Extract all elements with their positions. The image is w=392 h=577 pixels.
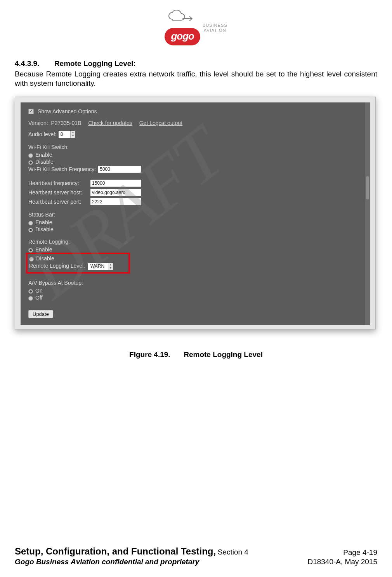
get-logcat-link[interactable]: Get Logcat output: [139, 120, 182, 126]
remote-logging-enable-radio[interactable]: [28, 248, 33, 253]
figure-caption: Figure 4.19. Remote Logging Level: [15, 350, 377, 359]
footer-docid: D18340-A, May 2015: [307, 558, 377, 566]
status-bar-enable-radio[interactable]: [28, 221, 33, 225]
footer-page: Page 4-19: [343, 548, 377, 557]
stepper-arrows-icon[interactable]: ▲▼: [70, 131, 75, 138]
figure-title: Remote Logging Level: [184, 350, 263, 359]
status-bar-disable-label: Disable: [35, 226, 54, 232]
audio-level-label: Audio level:: [28, 131, 56, 137]
section-heading: 4.4.3.9. Remote Logging Level:: [15, 59, 377, 68]
remote-logging-level-label: Remote Logging Level:: [29, 263, 85, 269]
footer-confidential: Gogo Business Aviation confidential and …: [15, 558, 199, 566]
remote-logging-title: Remote Logging:: [28, 239, 363, 245]
page-footer: Setup, Configuration, and Functional Tes…: [15, 546, 377, 566]
remote-logging-level-highlight: Disable Remote Logging Level: WARN ▲▼: [26, 253, 130, 274]
av-bypass-title: A/V Bypass At Bootup:: [28, 280, 363, 286]
remote-logging-enable-label: Enable: [35, 246, 52, 253]
wifi-freq-label: Wi-Fi Kill Switch Frequency:: [28, 166, 96, 172]
hb-freq-label: Heartbeat frequency:: [28, 180, 90, 186]
select-arrows-icon[interactable]: ▲▼: [108, 263, 113, 270]
wifi-kill-disable-radio[interactable]: [28, 160, 33, 165]
remote-logging-disable-label: Disable: [36, 255, 54, 262]
wifi-kill-enable-label: Enable: [35, 152, 52, 158]
remote-logging-level-value: WARN: [88, 263, 108, 270]
figure-number: Figure 4.19.: [129, 350, 170, 359]
remote-logging-disable-radio[interactable]: [29, 257, 34, 262]
footer-title: Setup, Configuration, and Functional Tes…: [15, 546, 216, 556]
hb-host-input[interactable]: [90, 189, 141, 196]
version-value: P27335-01B: [51, 120, 81, 126]
check-updates-link[interactable]: Check for updates: [88, 120, 132, 126]
show-advanced-checkbox[interactable]: [28, 109, 34, 114]
cloud-arrow-icon: [165, 10, 200, 28]
wifi-kill-title: Wi-Fi Kill Switch:: [28, 144, 363, 150]
update-button[interactable]: Update: [28, 310, 53, 318]
remote-logging-level-select[interactable]: WARN ▲▼: [88, 263, 113, 270]
av-bypass-off-label: Off: [35, 295, 42, 301]
status-bar-enable-label: Enable: [35, 219, 52, 225]
audio-level-stepper[interactable]: ▲▼: [59, 131, 75, 138]
settings-screenshot: Show Advanced Options Version: P27335-01…: [15, 97, 376, 329]
section-paragraph: Because Remote Logging creates extra net…: [15, 69, 377, 88]
brand-subtext: BUSINESS AVIATION: [203, 23, 227, 33]
av-bypass-on-label: On: [35, 288, 43, 294]
status-bar-disable-radio[interactable]: [28, 228, 33, 232]
hb-freq-input[interactable]: [90, 180, 141, 187]
av-bypass-on-radio[interactable]: [28, 289, 33, 294]
footer-section: Section 4: [218, 548, 248, 556]
wifi-kill-enable-radio[interactable]: [28, 153, 33, 158]
version-label: Version:: [28, 120, 48, 126]
wifi-kill-disable-label: Disable: [35, 159, 54, 165]
scrollbar-thumb[interactable]: [366, 176, 369, 199]
section-number: 4.4.3.9.: [15, 59, 39, 68]
hb-port-input[interactable]: [90, 198, 141, 205]
av-bypass-off-radio[interactable]: [28, 296, 33, 301]
hb-port-label: Heartbeat server port:: [28, 199, 90, 205]
wifi-freq-input[interactable]: [98, 166, 141, 173]
audio-level-input[interactable]: [59, 131, 70, 138]
show-advanced-label: Show Advanced Options: [38, 108, 97, 114]
gogo-logo-text: gogo: [165, 28, 200, 45]
section-title: Remote Logging Level:: [54, 59, 136, 68]
status-bar-title: Status Bar:: [28, 211, 363, 218]
hb-host-label: Heartbeat server host:: [28, 189, 90, 196]
header-logo: gogo BUSINESS AVIATION: [15, 10, 377, 45]
